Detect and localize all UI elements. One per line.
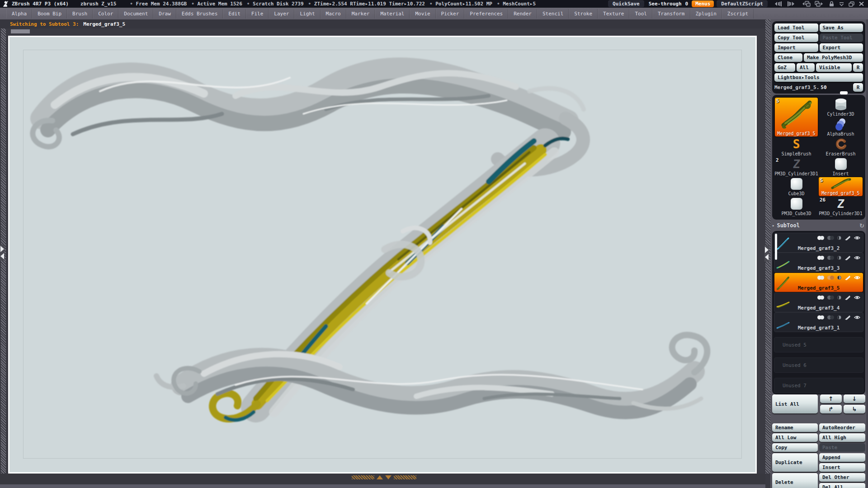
canvas-viewport[interactable] (8, 36, 757, 474)
menu-item-brush[interactable]: Brush (67, 9, 93, 19)
minimize-icon[interactable] (838, 1, 845, 7)
lightbox-tools-button[interactable]: Lightbox▸Tools (774, 73, 863, 82)
sculpt-artwork[interactable] (9, 37, 755, 472)
default-zscript-button[interactable]: DefaultZScript (717, 0, 768, 7)
subtool-item-merged-graf3-1[interactable]: Merged_graf3_1 (774, 312, 863, 332)
left-tray-toggle-arrows[interactable] (0, 244, 5, 261)
menu-item-preferences[interactable]: Preferences (464, 9, 508, 19)
menu-item-layer[interactable]: Layer (269, 9, 294, 19)
rename-button[interactable]: Rename (772, 423, 818, 432)
copy-tool-button[interactable]: Copy Tool (774, 33, 818, 42)
move-down-button[interactable]: ↓ (844, 394, 865, 403)
insert-button[interactable]: Insert (819, 463, 865, 472)
load-tool-button[interactable]: Load Tool (774, 23, 818, 32)
half-circle-toggle-icon[interactable] (837, 256, 841, 260)
menu-item-light[interactable]: Light (294, 9, 320, 19)
cascade-left-icon[interactable] (800, 1, 811, 7)
subtool-item-merged-graf3-4[interactable]: Merged_graf3_4 (774, 292, 863, 312)
uv-toggle-icon[interactable] (827, 315, 834, 319)
tool-thumbnail-insert[interactable]: Insert (818, 157, 863, 177)
quicksave-button[interactable]: QuickSave (608, 0, 644, 7)
menu-item-edds-brushes[interactable]: Edds Brushes (176, 9, 223, 19)
eye-icon[interactable] (854, 276, 860, 280)
import-button[interactable]: Import (774, 43, 818, 52)
append-button[interactable]: Append (819, 453, 865, 462)
del-other-button[interactable]: Del Other (819, 473, 865, 482)
subtool-slot-unused-5[interactable]: Unused 5 (774, 337, 863, 352)
half-circle-toggle-icon[interactable] (837, 236, 841, 240)
lock-icon[interactable] (828, 1, 835, 7)
move-to-bottom-button[interactable]: ↳ (844, 405, 865, 413)
subtool-slot-unused-7[interactable]: Unused 7 (774, 378, 863, 393)
subtool-slot-unused-6[interactable]: Unused 6 (774, 357, 863, 373)
brush-icon[interactable] (844, 315, 851, 320)
tool-thumbnail-cube3d[interactable]: Cube3D (774, 177, 818, 197)
polypaint-toggle-icon[interactable] (817, 256, 824, 260)
menu-item-color[interactable]: Color (93, 9, 118, 19)
left-tray-divider[interactable] (1, 28, 6, 474)
active-tool-slider[interactable]: Merged_graf3_5. 50 R (774, 83, 863, 91)
tool-thumbnail-pm3d-cube3d[interactable]: PM3D_Cube3D (774, 197, 818, 216)
half-circle-toggle-icon[interactable] (837, 315, 841, 319)
right-tray-divider[interactable] (765, 19, 770, 474)
uv-toggle-icon[interactable] (827, 236, 834, 240)
all-high-button[interactable]: All High (819, 433, 865, 442)
subtool-item-merged-graf3-5-selected[interactable]: Merged_graf3_5 (774, 272, 863, 292)
all-low-button[interactable]: All Low (772, 433, 818, 442)
subtool-scrollbar[interactable] (775, 234, 777, 260)
tool-thumbnail-cylinder3d[interactable]: Cylinder3D (818, 97, 863, 117)
clone-button[interactable]: Clone (774, 53, 802, 62)
eye-icon[interactable] (854, 315, 860, 319)
tool-thumbnail-simplebrush[interactable]: S SimpleBrush (774, 137, 818, 157)
delete-button[interactable]: Delete (772, 473, 818, 488)
save-as-button[interactable]: Save As (820, 23, 863, 32)
menu-item-edit[interactable]: Edit (223, 9, 246, 19)
menu-item-stroke[interactable]: Stroke (569, 9, 598, 19)
subtool-item-merged-graf3-3[interactable]: Merged_graf3_3 (774, 253, 863, 272)
menu-item-boom-bip[interactable]: Boom Bip (32, 9, 67, 19)
polypaint-toggle-icon[interactable] (817, 296, 824, 300)
tray-collapse-icon[interactable] (385, 475, 392, 479)
right-tray-toggle-arrows[interactable] (764, 245, 769, 262)
menu-item-file[interactable]: File (246, 9, 269, 19)
copy-button[interactable]: Copy (772, 443, 818, 452)
move-up-button[interactable]: ↑ (820, 394, 842, 403)
eye-icon[interactable] (854, 256, 860, 260)
move-to-top-button[interactable]: ↱ (820, 405, 842, 413)
menus-button[interactable]: Menus (692, 0, 714, 7)
tool-thumbnail-merged-graf3-5[interactable]: 5 Merged_graf3_5 (818, 177, 863, 197)
refresh-icon[interactable]: ↻ (859, 222, 864, 229)
eye-icon[interactable] (854, 236, 860, 240)
bottom-tray-handle[interactable] (352, 475, 416, 479)
menu-item-macro[interactable]: Macro (321, 9, 346, 19)
cascade-right-icon[interactable] (814, 1, 825, 7)
half-circle-toggle-icon[interactable] (837, 296, 841, 300)
polypaint-toggle-icon[interactable] (817, 276, 824, 280)
menu-item-zscript[interactable]: Zscript (722, 9, 754, 19)
menu-item-stencil[interactable]: Stencil (537, 9, 569, 19)
visible-button[interactable]: Visible (816, 63, 852, 72)
menu-item-alpha[interactable]: Alpha (6, 9, 32, 19)
tool-thumbnail-eraserbrush[interactable]: EraserBrush (818, 137, 863, 157)
menu-item-texture[interactable]: Texture (598, 9, 629, 19)
uv-toggle-icon[interactable] (827, 276, 834, 280)
tool-thumbnail-merged-graf3-5-active[interactable]: 5 Merged_graf3_5 (774, 97, 818, 137)
menu-item-movie[interactable]: Movie (410, 9, 435, 19)
r-button[interactable]: R (853, 63, 863, 72)
menu-item-zplugin[interactable]: Zplugin (690, 9, 722, 19)
menu-item-render[interactable]: Render (508, 9, 537, 19)
polypaint-toggle-icon[interactable] (817, 315, 824, 319)
menu-item-draw[interactable]: Draw (153, 9, 176, 19)
brush-icon[interactable] (844, 275, 851, 280)
brush-icon[interactable] (844, 295, 851, 300)
duplicate-button[interactable]: Duplicate (772, 453, 818, 472)
uv-toggle-icon[interactable] (827, 296, 834, 300)
uv-toggle-icon[interactable] (827, 256, 834, 260)
tool-thumbnail-alphabrush[interactable]: AlphaBrush (818, 117, 863, 137)
menu-item-transform[interactable]: Transform (652, 9, 690, 19)
bottom-tray-divider[interactable] (0, 474, 765, 484)
del-all-button[interactable]: Del All (819, 483, 865, 488)
menu-item-material[interactable]: Material (375, 9, 410, 19)
scrub-right-icon[interactable] (786, 1, 797, 7)
eye-icon[interactable] (854, 296, 860, 300)
